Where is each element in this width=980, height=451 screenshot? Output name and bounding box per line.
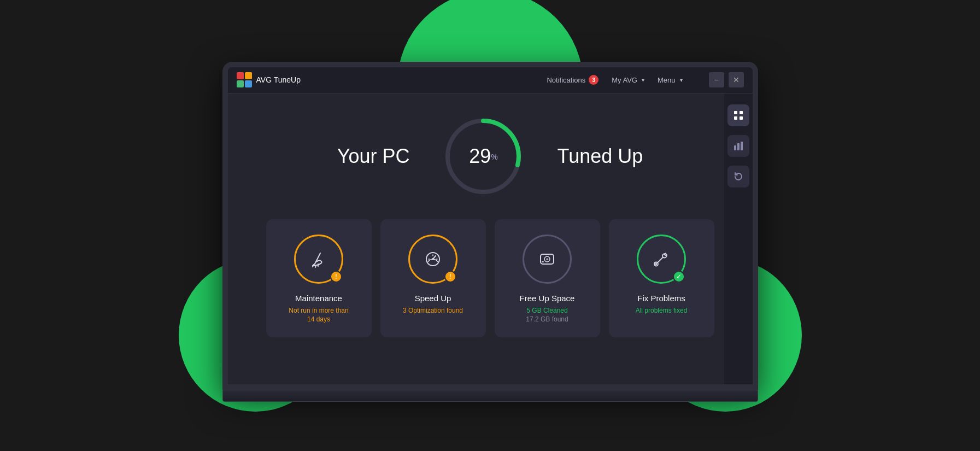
maintenance-subtitle: Not run in more than14 days [289,306,348,325]
svg-rect-1 [245,72,252,79]
svg-rect-3 [245,80,252,87]
gauge-circle: 29% [442,115,524,197]
svg-line-4 [313,265,314,267]
maintenance-badge: ! [330,271,342,283]
app-window: AVG TuneUp Notifications 3 My AVG ▾ Menu [228,67,753,384]
fix-problems-badge: ✓ [673,271,685,283]
free-up-title: Free Up Space [520,294,575,303]
free-up-icon-circle [523,235,572,284]
fix-problems-title: Fix Problems [637,294,685,303]
fix-problems-icon-wrapper: ✓ [637,235,686,284]
your-pc-label: Your PC [337,145,410,168]
side-panel [724,93,753,384]
screen-frame: AVG TuneUp Notifications 3 My AVG ▾ Menu [222,62,758,390]
minimize-button[interactable]: − [709,72,724,87]
avg-logo-icon [237,72,252,87]
my-avg-nav[interactable]: My AVG ▾ [612,76,644,84]
free-up-subtitle-found: 17.2 GB found [526,315,568,324]
menu-nav[interactable]: Menu ▾ [658,76,683,84]
svg-rect-0 [237,72,244,79]
laptop-base [222,390,758,402]
notifications-label: Notifications [547,76,585,84]
menu-chevron-icon: ▾ [680,77,683,83]
logo-area: AVG TuneUp [237,72,547,87]
app-title: AVG TuneUp [256,75,301,84]
svg-rect-22 [734,145,736,150]
grid-icon [733,110,743,120]
close-button[interactable]: ✕ [729,72,744,87]
svg-point-15 [547,258,548,260]
title-bar: AVG TuneUp Notifications 3 My AVG ▾ Menu [228,67,753,93]
speed-up-badge: ! [444,271,456,283]
main-content: Your PC 29% Tuned Up [228,93,753,384]
menu-label: Menu [658,76,676,84]
refresh-icon [733,172,743,181]
speedometer-icon [422,249,443,270]
bar-chart-icon [733,141,743,151]
chart-view-button[interactable] [727,135,749,157]
gauge-value: 29 [469,145,491,167]
svg-rect-18 [734,111,737,114]
window-controls: − ✕ [709,72,744,87]
wrench-icon [651,249,672,270]
cards-grid: ! Maintenance Not run in more than14 day… [261,219,720,338]
fix-problems-card[interactable]: ✓ Fix Problems All problems fixed [609,219,714,338]
svg-rect-21 [740,116,743,120]
speed-up-title: Speed Up [415,294,451,303]
free-up-space-card[interactable]: Free Up Space 5 GB Cleaned 17.2 GB found [495,219,600,338]
my-avg-label: My AVG [612,76,637,84]
notification-count-badge: 3 [589,75,598,85]
svg-rect-24 [741,142,743,150]
maintenance-icon-wrapper: ! [294,235,343,284]
grid-view-button[interactable] [727,104,749,126]
my-avg-chevron-icon: ▾ [642,77,644,83]
speed-up-icon-wrapper: ! [408,235,457,284]
pc-status-row: Your PC 29% Tuned Up [337,115,643,197]
maintenance-title: Maintenance [295,294,342,303]
speed-up-subtitle: 3 Optimization found [403,306,463,315]
refresh-button[interactable] [727,166,749,188]
notifications-nav[interactable]: Notifications 3 [547,75,598,85]
svg-line-5 [315,265,316,267]
harddrive-icon [537,249,558,270]
svg-point-17 [655,263,658,265]
broom-icon [308,249,329,270]
laptop-frame: AVG TuneUp Notifications 3 My AVG ▾ Menu [222,62,758,402]
tuned-up-label: Tuned Up [557,145,643,168]
svg-rect-19 [740,111,743,114]
svg-rect-2 [237,80,244,87]
gauge-percent-symbol: % [491,152,497,161]
title-bar-nav: Notifications 3 My AVG ▾ Menu ▾ − [547,72,743,87]
svg-point-9 [432,258,434,260]
speed-up-card[interactable]: ! Speed Up 3 Optimization found [380,219,486,338]
free-up-icon-wrapper [523,235,572,284]
fix-problems-subtitle: All problems fixed [636,306,688,315]
hero-section: Your PC 29% Tuned Up [228,93,753,384]
svg-rect-20 [734,116,737,120]
scene: AVG TuneUp Notifications 3 My AVG ▾ Menu [190,34,791,417]
free-up-subtitle-cleaned: 5 GB Cleaned [526,306,567,315]
svg-rect-23 [737,143,740,150]
maintenance-card[interactable]: ! Maintenance Not run in more than14 day… [266,219,372,338]
gauge-center-text: 29% [469,145,498,168]
